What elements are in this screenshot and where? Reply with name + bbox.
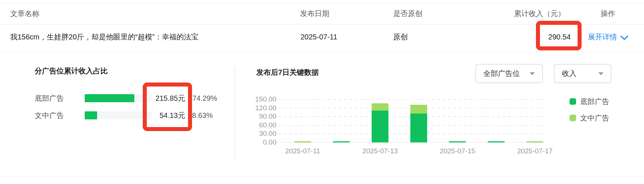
bar-segment <box>410 114 427 142</box>
bar-segment <box>372 103 388 111</box>
bar-segment <box>372 111 388 142</box>
y-axis-tick-label: 90.00 <box>233 112 276 120</box>
x-axis-tick-label: 2025-07-13 <box>351 147 409 155</box>
x-axis-tick-label: 2025-07-15 <box>428 147 487 155</box>
bar-segment <box>333 141 350 142</box>
seven-day-bar-chart: 0.0030.0060.0090.00120.00150.002025-07-1… <box>0 0 644 184</box>
y-axis-tick-label: 0.00 <box>233 138 276 146</box>
bar-segment <box>488 141 505 142</box>
y-axis-tick-label: 120.00 <box>233 104 276 112</box>
y-axis-tick-label: 150.00 <box>233 95 276 103</box>
bar-segment <box>410 105 427 114</box>
bar-segment <box>294 141 311 142</box>
y-axis-tick-label: 60.00 <box>233 121 276 129</box>
bar-segment <box>449 141 466 142</box>
article-revenue-screen: 文章名称 发布日期 是否原创 累计收入（元） 操作 我156cm，生娃胖20斤，… <box>0 0 644 184</box>
bar-segment <box>526 141 543 142</box>
x-axis-tick-label: 2025-07-17 <box>506 147 564 155</box>
y-axis-tick-label: 30.00 <box>233 130 276 138</box>
x-axis-tick-label: 2025-07-11 <box>273 147 332 155</box>
